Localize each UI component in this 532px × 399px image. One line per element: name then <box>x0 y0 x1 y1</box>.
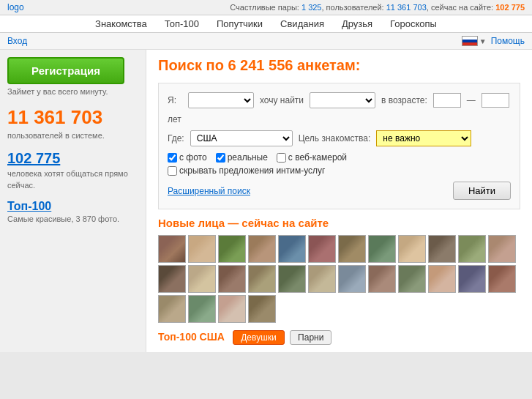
nav-item-top100[interactable]: Топ-100 <box>165 18 199 29</box>
age-suffix: лет <box>168 114 181 124</box>
top100-sidebar-subtitle: Самые красивые, 3 870 фото. <box>7 215 138 223</box>
i-label: Я: <box>168 95 182 105</box>
face-thumb[interactable] <box>158 235 186 263</box>
face-thumb[interactable] <box>188 295 216 323</box>
secondary-bar: Вход ▼ Помощь <box>0 33 532 50</box>
stats-area: Счастливые пары: 1 325, пользователей: 1… <box>230 3 525 12</box>
country-select[interactable]: США Россия Украина <box>190 130 293 146</box>
nav-item-travel[interactable]: Попутчики <box>217 18 263 29</box>
face-thumb[interactable] <box>218 235 246 263</box>
webcam-checkbox[interactable] <box>277 153 286 163</box>
main-layout: Регистрация Займет у вас всего минуту. 1… <box>0 50 532 352</box>
logo: logo <box>7 2 24 12</box>
users-count-link[interactable]: 11 361 703 <box>386 3 427 12</box>
face-thumb[interactable] <box>218 265 246 293</box>
where-label: Где: <box>168 133 184 143</box>
face-thumb[interactable] <box>278 235 306 263</box>
search-row-1: Я: Мужчина Женщина хочу найти Мужчину Же… <box>168 92 511 124</box>
face-thumb[interactable] <box>248 295 276 323</box>
real-checkbox-label[interactable]: реальные <box>216 152 268 163</box>
pairs-count-link[interactable]: 1 325 <box>301 3 322 12</box>
search-actions: Расширенный поиск Найти <box>168 182 511 200</box>
want-label: хочу найти <box>260 95 304 105</box>
register-subtitle: Займет у вас всего минуту. <box>7 87 138 96</box>
face-thumb[interactable] <box>488 235 516 263</box>
top100-sidebar-link[interactable]: Топ-100 <box>7 200 138 213</box>
face-thumb[interactable] <box>338 265 366 293</box>
purpose-select[interactable]: не важно дружба романтика <box>376 130 471 146</box>
photo-checkbox-label[interactable]: с фото <box>168 152 207 163</box>
face-thumb[interactable] <box>248 265 276 293</box>
face-thumb[interactable] <box>398 265 426 293</box>
purpose-label: Цель знакомства: <box>299 133 371 143</box>
online-users-count[interactable]: 102 775 <box>7 150 138 167</box>
online-count-link[interactable]: 102 775 <box>495 3 525 12</box>
webcam-checkbox-label[interactable]: с веб-камерой <box>277 152 347 163</box>
main-content: Поиск по 6 241 556 анкетам: Я: Мужчина Ж… <box>146 50 532 352</box>
search-form: Я: Мужчина Женщина хочу найти Мужчину Же… <box>158 83 520 209</box>
face-thumb[interactable] <box>368 235 396 263</box>
nav-item-dating[interactable]: Знакомства <box>95 18 147 29</box>
nav-item-friends[interactable]: Друзья <box>342 18 372 29</box>
age-to-input[interactable] <box>482 93 509 108</box>
looking-for-select[interactable]: Мужчину Женщину <box>310 92 375 108</box>
face-thumb[interactable] <box>338 235 366 263</box>
face-thumb[interactable] <box>158 265 186 293</box>
tab-guys-button[interactable]: Парни <box>290 330 331 345</box>
language-selector[interactable]: ▼ <box>462 36 487 46</box>
tab-girls-button[interactable]: Девушки <box>233 330 285 345</box>
real-checkbox[interactable] <box>216 153 225 163</box>
face-thumb[interactable] <box>248 235 276 263</box>
face-thumb[interactable] <box>458 235 486 263</box>
face-thumb[interactable] <box>308 235 336 263</box>
hide-checkbox[interactable] <box>168 166 177 176</box>
face-thumb[interactable] <box>428 235 456 263</box>
age-dash: — <box>467 95 476 105</box>
nav-item-horoscope[interactable]: Гороскопы <box>390 18 437 29</box>
login-link[interactable]: Вход <box>7 36 27 46</box>
find-button[interactable]: Найти <box>453 182 511 200</box>
advanced-search-link[interactable]: Расширенный поиск <box>168 186 250 196</box>
checkboxes-row-1: с фото реальные с веб-камерой <box>168 152 511 163</box>
search-row-2: Где: США Россия Украина Цель знакомства:… <box>168 130 511 146</box>
photo-checkbox[interactable] <box>168 153 177 163</box>
faces-grid <box>158 235 520 323</box>
new-faces-title: Новые лица — сейчас на сайте <box>158 217 520 229</box>
face-thumb[interactable] <box>398 235 426 263</box>
total-users-label: пользователей в системе. <box>7 130 138 141</box>
total-users-count: 11 361 703 <box>7 106 138 129</box>
russia-flag-icon <box>462 36 478 46</box>
help-link[interactable]: Помощь <box>491 36 525 46</box>
face-thumb[interactable] <box>308 265 336 293</box>
nav-bar: Знакомства Топ-100 Попутчики Свидания Др… <box>0 15 532 33</box>
face-thumb[interactable] <box>158 295 186 323</box>
face-thumb[interactable] <box>278 265 306 293</box>
age-from-input[interactable] <box>433 93 461 108</box>
face-thumb[interactable] <box>368 265 396 293</box>
gender-select[interactable]: Мужчина Женщина <box>188 92 254 108</box>
face-thumb[interactable] <box>428 265 456 293</box>
checkboxes-row-2: скрывать предложения интим-услуг <box>168 165 511 176</box>
help-area: ▼ Помощь <box>462 36 525 46</box>
online-users-label: человека хотят общаться прямо сейчас. <box>7 168 138 191</box>
face-thumb[interactable] <box>488 265 516 293</box>
age-label: в возрасте: <box>381 95 427 105</box>
register-button[interactable]: Регистрация <box>7 57 124 84</box>
top100-section: Топ-100 США Девушки Парни <box>158 330 520 345</box>
language-dropdown-arrow: ▼ <box>479 37 487 45</box>
face-thumb[interactable] <box>188 235 216 263</box>
stats-text: Счастливые пары: 1 325, пользователей: 1… <box>230 3 525 12</box>
face-thumb[interactable] <box>218 295 246 323</box>
nav-item-dates[interactable]: Свидания <box>280 18 324 29</box>
face-thumb[interactable] <box>458 265 486 293</box>
face-thumb[interactable] <box>188 265 216 293</box>
top100-section-title: Топ-100 США <box>158 331 225 343</box>
top-bar: logo Счастливые пары: 1 325, пользовател… <box>0 0 532 15</box>
search-title: Поиск по 6 241 556 анкетам: <box>158 57 520 74</box>
hide-checkbox-label[interactable]: скрывать предложения интим-услуг <box>168 165 325 176</box>
sidebar: Регистрация Займет у вас всего минуту. 1… <box>0 50 146 352</box>
